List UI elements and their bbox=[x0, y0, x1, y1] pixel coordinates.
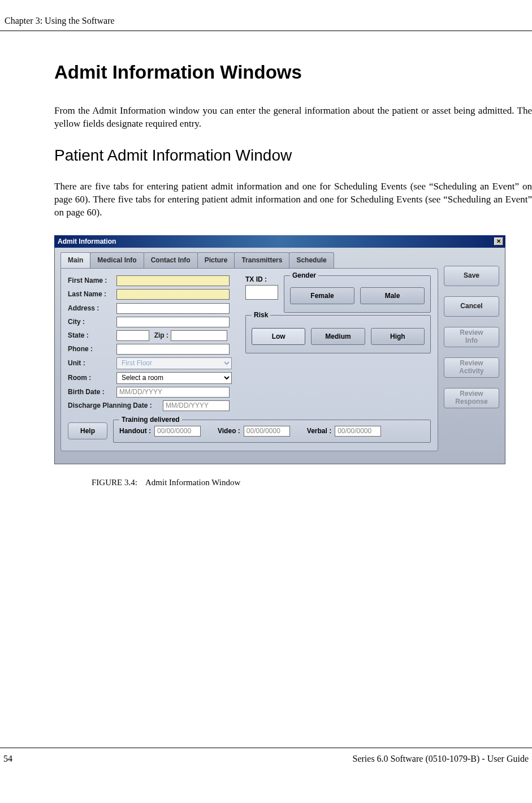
review-response-button[interactable]: Review Response bbox=[444, 388, 499, 408]
last-name-input[interactable] bbox=[116, 289, 230, 300]
footer-right: Series 6.0 Software (0510-1079-B) - User… bbox=[353, 754, 529, 764]
figure-label: FIGURE 3.4: bbox=[92, 478, 137, 487]
gender-legend: Gender bbox=[290, 271, 318, 279]
section-heading-1: Admit Information Windows bbox=[54, 62, 532, 83]
tab-contact-info[interactable]: Contact Info bbox=[144, 252, 198, 268]
state-input[interactable] bbox=[116, 330, 149, 341]
label-zip: Zip : bbox=[149, 331, 171, 339]
tab-medical-info[interactable]: Medical Info bbox=[90, 252, 144, 268]
label-room: Room : bbox=[68, 374, 116, 382]
city-input[interactable] bbox=[116, 317, 230, 327]
cancel-button[interactable]: Cancel bbox=[444, 296, 499, 317]
figure-text: Admit Information Window bbox=[145, 478, 240, 487]
page-footer: 54 Series 6.0 Software (0510-1079-B) - U… bbox=[0, 748, 532, 764]
address-input[interactable] bbox=[116, 303, 230, 314]
body-paragraph: There are five tabs for entering patient… bbox=[54, 180, 532, 219]
phone-input[interactable] bbox=[116, 344, 230, 355]
label-txid: TX ID : bbox=[245, 275, 278, 283]
label-unit: Unit : bbox=[68, 359, 116, 367]
page-content: Admit Information Windows From the Admit… bbox=[0, 62, 532, 487]
label-first-name: First Name : bbox=[68, 277, 116, 284]
label-video: Video : bbox=[218, 427, 240, 435]
label-discharge-date: Discharge Planning Date : bbox=[68, 402, 163, 409]
gender-male-button[interactable]: Male bbox=[360, 287, 425, 304]
chapter-title: Chapter 3: Using the Software bbox=[5, 16, 115, 25]
form-right-column: TX ID : Gender Female Male bbox=[245, 275, 431, 414]
gender-female-button[interactable]: Female bbox=[290, 287, 354, 304]
label-birth-date: Birth Date : bbox=[68, 388, 116, 396]
birth-date-input[interactable] bbox=[116, 387, 230, 398]
video-date-input[interactable] bbox=[244, 426, 290, 437]
verbal-date-input[interactable] bbox=[335, 426, 381, 437]
page-number: 54 bbox=[3, 754, 12, 764]
figure-caption: FIGURE 3.4: Admit Information Window bbox=[92, 478, 532, 487]
training-legend: Training delivered bbox=[119, 416, 182, 424]
save-button[interactable]: Save bbox=[444, 266, 499, 286]
review-activity-button[interactable]: Review Activity bbox=[444, 357, 499, 378]
close-icon[interactable]: ✕ bbox=[494, 238, 503, 245]
dialog-title: Admit Information bbox=[58, 238, 116, 245]
admit-information-dialog: Admit Information ✕ Main Medical Info Co… bbox=[54, 235, 505, 464]
section-heading-2: Patient Admit Information Window bbox=[54, 146, 532, 165]
tab-schedule[interactable]: Schedule bbox=[289, 252, 334, 268]
intro-paragraph: From the Admit Information window you ca… bbox=[54, 105, 532, 131]
room-select[interactable]: Select a room bbox=[116, 372, 232, 384]
tab-main[interactable]: Main bbox=[60, 252, 90, 268]
label-city: City : bbox=[68, 318, 116, 326]
tab-panel-main: First Name : Last Name : Address : bbox=[60, 268, 438, 451]
page-header: Chapter 3: Using the Software bbox=[0, 16, 532, 31]
risk-medium-button[interactable]: Medium bbox=[311, 328, 365, 345]
label-state: State : bbox=[68, 331, 116, 339]
first-name-input[interactable] bbox=[116, 275, 230, 286]
help-button[interactable]: Help bbox=[68, 422, 107, 439]
action-button-column: Save Cancel Review Info Review Activity … bbox=[444, 252, 499, 451]
risk-high-button[interactable]: High bbox=[371, 328, 425, 345]
discharge-date-input[interactable] bbox=[163, 400, 230, 411]
training-delivered-group: Training delivered Handout : Video : Ver… bbox=[113, 420, 431, 443]
label-last-name: Last Name : bbox=[68, 290, 116, 298]
txid-input[interactable] bbox=[245, 285, 278, 300]
label-phone: Phone : bbox=[68, 345, 116, 353]
label-handout: Handout : bbox=[119, 427, 151, 435]
tab-strip: Main Medical Info Contact Info Picture T… bbox=[60, 252, 438, 268]
label-verbal: Verbal : bbox=[307, 427, 331, 435]
handout-date-input[interactable] bbox=[154, 426, 201, 437]
risk-low-button[interactable]: Low bbox=[252, 328, 305, 345]
dialog-client-area: Main Medical Info Contact Info Picture T… bbox=[54, 248, 505, 464]
risk-legend: Risk bbox=[252, 311, 270, 319]
zip-input[interactable] bbox=[171, 330, 227, 341]
form-left-column: First Name : Last Name : Address : bbox=[68, 275, 237, 414]
review-info-button[interactable]: Review Info bbox=[444, 327, 499, 347]
dialog-titlebar: Admit Information ✕ bbox=[54, 235, 505, 248]
tab-picture[interactable]: Picture bbox=[197, 252, 235, 268]
tab-transmitters[interactable]: Transmitters bbox=[234, 252, 289, 268]
unit-select[interactable]: First Floor bbox=[116, 357, 232, 369]
label-address: Address : bbox=[68, 304, 116, 312]
